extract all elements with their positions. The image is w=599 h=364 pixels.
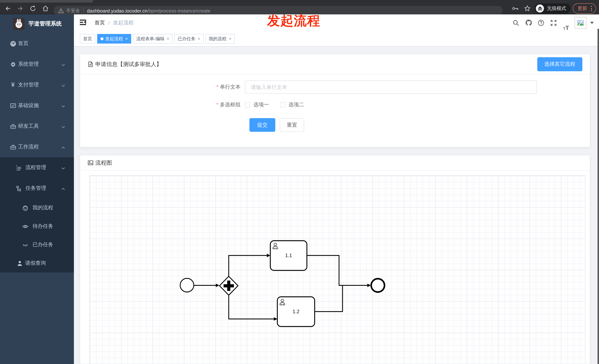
browser-reload-icon[interactable] xyxy=(28,4,38,13)
process-diagram-card: 流程图 xyxy=(80,155,590,364)
sidebar-item-workflow[interactable]: 工作流程 xyxy=(0,137,74,157)
close-icon xyxy=(195,36,200,41)
main-area: 首页 / 发起流程 xyxy=(74,14,599,364)
flow-task2-to-end[interactable] xyxy=(315,286,343,312)
tags-view: 首页 发起流程 流程表单-编辑 已办任务 我的流程 xyxy=(74,31,599,47)
help-icon[interactable] xyxy=(535,14,547,31)
sidebar-item-todo-tasks[interactable]: 待办任务 xyxy=(0,217,74,236)
sidebar-item-dev-tools[interactable]: 研发工具 xyxy=(0,116,74,137)
url-host[interactable]: dashboard.yudao.iocoder.cn xyxy=(87,8,147,13)
list-icon xyxy=(15,164,22,171)
security-label[interactable]: 不安全 xyxy=(66,8,80,14)
fullscreen-icon[interactable] xyxy=(547,14,560,31)
end-event[interactable] xyxy=(371,279,385,292)
github-icon[interactable] xyxy=(522,14,535,31)
user-task-1-1[interactable]: 1.1 xyxy=(270,241,307,271)
logo-image xyxy=(13,18,25,30)
toolbox-icon xyxy=(9,123,17,130)
avatar[interactable] xyxy=(575,17,586,29)
update-label[interactable]: 更新 xyxy=(578,5,587,12)
app-header: 首页 / 发起流程 xyxy=(74,14,599,31)
font-size-icon[interactable] xyxy=(560,14,573,31)
tag-my-processes[interactable]: 我的流程 xyxy=(205,34,235,43)
close-icon xyxy=(164,36,169,41)
checkbox-icon[interactable] xyxy=(245,102,250,107)
chevron-down-icon xyxy=(61,165,65,170)
single-line-text-input[interactable] xyxy=(245,80,537,94)
image-icon xyxy=(88,160,94,166)
active-dot-icon xyxy=(100,37,104,40)
sidebar-item-task-management[interactable]: 任务管理 xyxy=(0,178,74,199)
flow-task1-to-end[interactable] xyxy=(307,255,367,285)
browser-forward-icon[interactable] xyxy=(16,4,25,13)
flow-gateway-to-task2[interactable] xyxy=(229,295,274,319)
checkbox-monitor-icon xyxy=(9,102,17,109)
card-title: 申请信息【测试多审批人】 xyxy=(95,61,162,68)
parallel-gateway[interactable] xyxy=(220,276,238,295)
start-event[interactable] xyxy=(180,278,194,292)
security-warning-icon[interactable] xyxy=(58,8,64,14)
bookmark-star-icon[interactable] xyxy=(522,4,532,13)
bpmn-canvas[interactable]: 1.1 1.2 xyxy=(89,175,585,364)
apply-info-card: 申请信息【测试多审批人】 选择其它流程 *单行文本 *多选框组 选项一 xyxy=(80,54,590,147)
checkbox-icon[interactable] xyxy=(280,102,285,107)
gear-icon xyxy=(9,60,17,68)
update-chip[interactable]: 更新 xyxy=(573,3,596,14)
search-icon[interactable] xyxy=(510,14,522,31)
sidebar-item-leave-query[interactable]: 请假查询 xyxy=(0,254,74,272)
tree-icon xyxy=(15,185,22,192)
sidebar-item-system[interactable]: 系统管理 xyxy=(0,54,74,75)
chevron-up-icon xyxy=(61,185,65,191)
incognito-label: 无痕模式 xyxy=(547,5,566,12)
task-label: 1.2 xyxy=(292,309,300,314)
sidebar: 芋道管理系统 首页 系统管理 ¥ 支付管理 xyxy=(0,14,74,364)
document-icon xyxy=(88,61,94,67)
browser-home-icon[interactable] xyxy=(41,4,50,13)
checkbox-option-2[interactable]: 选项二 xyxy=(280,102,304,108)
yen-icon: ¥ xyxy=(9,81,17,89)
user-task-1-2[interactable]: 1.2 xyxy=(277,297,315,327)
submit-button[interactable]: 提交 xyxy=(249,118,275,132)
sidebar-item-done-tasks[interactable]: 已办任务 xyxy=(0,236,74,254)
sidebar-item-process-management[interactable]: 流程管理 xyxy=(0,157,74,178)
sidebar-item-payment[interactable]: ¥ 支付管理 xyxy=(0,75,74,95)
annotation-text: 发起流程 xyxy=(267,12,330,30)
breadcrumb: 首页 / 发起流程 xyxy=(95,14,134,31)
breadcrumb-home[interactable]: 首页 xyxy=(95,19,105,26)
close-icon xyxy=(123,36,128,41)
chevron-down-icon xyxy=(61,103,65,109)
sidebar-item-home[interactable]: 首页 xyxy=(0,33,74,54)
chevron-down-icon xyxy=(61,82,65,88)
person-icon xyxy=(16,260,23,267)
face-icon xyxy=(21,204,29,212)
url-path[interactable]: /bpm/process-instance/create xyxy=(147,8,211,13)
tag-form-edit[interactable]: 流程表单-编辑 xyxy=(133,34,173,43)
tag-start-process[interactable]: 发起流程 xyxy=(97,34,131,43)
app-title: 芋道管理系统 xyxy=(28,20,62,27)
checkbox-option-1[interactable]: 选项一 xyxy=(245,102,269,108)
page-scrollbar[interactable] xyxy=(598,29,599,364)
app-logo-row[interactable]: 芋道管理系统 xyxy=(0,14,74,33)
text-field-label: *单行文本 xyxy=(80,84,245,90)
chevron-up-icon xyxy=(61,144,65,150)
browser-menu-icon[interactable] xyxy=(590,5,593,12)
choose-other-process-button[interactable]: 选择其它流程 xyxy=(537,57,582,71)
password-key-icon[interactable] xyxy=(511,4,520,13)
tag-done-tasks[interactable]: 已办任务 xyxy=(174,34,204,43)
incognito-badge: 无痕模式 xyxy=(534,3,571,14)
chevron-down-icon xyxy=(61,123,65,129)
sidebar-item-my-processes[interactable]: 我的流程 xyxy=(0,199,74,217)
incognito-icon xyxy=(536,4,544,13)
reset-button[interactable]: 重置 xyxy=(280,118,304,132)
browser-active-tab[interactable] xyxy=(92,0,599,3)
avatar-caret-icon[interactable] xyxy=(590,22,594,24)
tag-home[interactable]: 首页 xyxy=(80,34,95,43)
flow-gateway-to-task1[interactable] xyxy=(229,255,267,276)
sidebar-item-infrastructure[interactable]: 基础设施 xyxy=(0,95,74,116)
browser-back-icon[interactable] xyxy=(3,4,13,13)
breadcrumb-current: 发起流程 xyxy=(113,19,134,26)
required-asterisk: * xyxy=(216,84,218,90)
toolbox-icon xyxy=(9,143,17,151)
card-title: 流程图 xyxy=(95,159,112,166)
sidebar-toggle-icon[interactable] xyxy=(80,20,87,25)
